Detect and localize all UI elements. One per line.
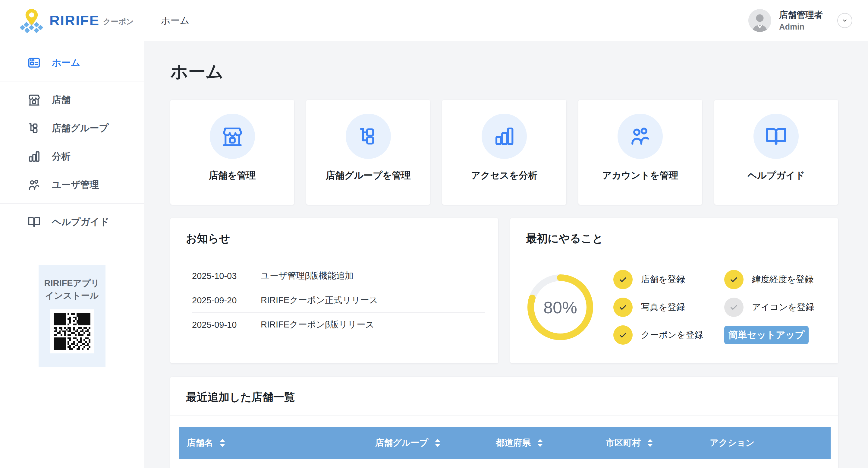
task-item: 緯度経度を登録 [724,270,814,289]
user-menu-button[interactable] [837,13,852,28]
news-item[interactable]: 2025-09-20 RIRIFEクーポン正式リリース [192,288,485,313]
topbar: ホーム 店舗管理者 Admin [144,0,868,41]
column-header-city[interactable]: 市区町村 [606,437,710,449]
sidebar-item-user-management[interactable]: ユーザ管理 [0,171,144,199]
task-item: クーポンを登録 [613,325,719,345]
sidebar-item-store-group[interactable]: 店舗グループ [0,114,144,142]
news-date: 2025-09-20 [192,295,261,305]
user-name: Admin [779,22,823,32]
card-label: アカウントを管理 [602,169,678,182]
quick-cards: 店舗を管理 店舗グループを管理 アクセスを分析 アカウントを管理 ヘルプガイド [170,100,838,205]
card-manage-store-groups[interactable]: 店舗グループを管理 [306,100,430,205]
brand-name: RIRIFE [50,13,99,27]
card-analyze-access[interactable]: アクセスを分析 [442,100,566,205]
task-label: 店舗を登録 [641,273,685,286]
sidebar-divider [0,203,144,204]
home-icon [27,56,41,70]
card-label: ヘルプガイド [747,169,805,182]
news-date: 2025-09-10 [192,320,261,330]
breadcrumb: ホーム [161,14,189,27]
sort-icon [537,439,543,447]
card-label: 店舗グループを管理 [326,169,411,182]
divider [170,415,838,416]
task-label: 緯度経度を登録 [752,273,813,286]
recent-stores-panel: 最近追加した店舗一覧 店舗名 店舗グループ 都道府県 市区町村 [170,377,838,468]
divider [170,257,498,257]
map-pin-grid-icon [19,7,44,33]
sidebar-item-label: 店舗 [52,93,70,106]
news-title: お知らせ [170,218,498,257]
column-header-prefecture[interactable]: 都道府県 [496,437,606,449]
users-icon [27,178,41,192]
card-label: アクセスを分析 [471,169,538,182]
table-header-row: 店舗名 店舗グループ 都道府県 市区町村 アクション [179,427,831,459]
getting-started-panel: 最初にやること 80% 店舗を登録 [510,218,838,363]
card-label: 店舗を管理 [209,169,256,182]
easy-setup-button[interactable]: 簡単セットアップ [724,326,809,344]
store-icon [210,114,255,159]
brand-logo[interactable]: RIRIFE クーポン [0,0,144,41]
qr-code [50,310,94,353]
getting-started-title: 最初にやること [510,218,838,257]
task-item: 写真を登録 [613,298,719,317]
sidebar-item-label: 分析 [52,150,70,163]
main-column: ホーム 店舗管理者 Admin ホーム [144,0,868,468]
card-manage-stores[interactable]: 店舗を管理 [170,100,294,205]
card-manage-accounts[interactable]: アカウントを管理 [578,100,702,205]
column-header-store-group[interactable]: 店舗グループ [375,437,496,449]
column-header-action: アクション [710,437,754,449]
chevron-down-icon [841,17,849,24]
progress-donut: 80% [524,271,596,344]
book-icon [753,114,799,159]
book-icon [27,215,41,229]
task-column-1: 店舗を登録 写真を登録 クーポンを登録 [613,270,719,353]
app-install-line2: インストール [38,290,105,302]
news-panel: お知らせ 2025-10-03 ユーザ管理β版機能追加 2025-09-20 R… [170,218,498,363]
sidebar-nav: ホーム 店舗 店舗グループ 分析 ユーザ管理 ヘルプガイド [0,41,144,236]
sidebar-item-label: ホーム [52,56,80,69]
app-install-box: RIRIFEアプリ インストール [38,265,105,367]
task-label: 写真を登録 [641,301,685,313]
news-item[interactable]: 2025-10-03 ユーザ管理β版機能追加 [192,264,485,288]
sort-icon [647,439,653,447]
sort-icon [220,439,225,447]
task-item: アイコンを登録 [724,298,814,317]
news-date: 2025-10-03 [192,271,261,281]
users-icon [618,114,663,159]
chart-icon [27,150,41,164]
task-column-2: 緯度経度を登録 アイコンを登録 簡単セットアップ [724,270,814,353]
task-label: クーポンを登録 [641,329,703,341]
sidebar-item-label: ユーザ管理 [52,178,99,191]
news-text: RIRIFEクーポン正式リリース [261,294,378,306]
news-text: RIRIFEクーポンβ版リリース [261,319,374,331]
chart-icon [482,114,527,159]
avatar [748,9,771,32]
sidebar: RIRIFE クーポン ホーム 店舗 店舗グループ 分析 ユーザ管理 ヘルプガ [0,0,144,468]
check-icon [613,270,632,289]
card-help-guide[interactable]: ヘルプガイド [714,100,838,205]
sort-icon [435,439,440,447]
page-title: ホーム [170,60,838,84]
brand-suffix: クーポン [103,17,134,27]
recent-stores-title: 最近追加した店舗一覧 [170,377,838,415]
task-item: 店舗を登録 [613,270,719,289]
check-icon [724,298,744,317]
sidebar-item-label: 店舗グループ [52,122,108,135]
group-icon [346,114,391,159]
news-list: 2025-10-03 ユーザ管理β版機能追加 2025-09-20 RIRIFE… [192,264,485,337]
content: ホーム 店舗を管理 店舗グループを管理 アクセスを分析 アカウントを管理 ヘルプ… [144,41,868,468]
sidebar-item-home[interactable]: ホーム [0,49,144,77]
column-header-store-name[interactable]: 店舗名 [187,437,375,449]
check-icon [724,270,744,289]
user-role: 店舗管理者 [779,9,823,21]
check-icon [613,298,632,317]
app-install-line1: RIRIFEアプリ [38,277,105,290]
sidebar-item-label: ヘルプガイド [52,215,109,228]
sidebar-item-analytics[interactable]: 分析 [0,142,144,171]
progress-percent-label: 80% [524,271,596,344]
user-block: 店舗管理者 Admin [748,9,852,32]
news-item[interactable]: 2025-09-10 RIRIFEクーポンβ版リリース [192,313,485,337]
sidebar-item-store[interactable]: 店舗 [0,86,144,114]
sidebar-item-help-guide[interactable]: ヘルプガイド [0,208,144,236]
news-text: ユーザ管理β版機能追加 [261,270,353,282]
